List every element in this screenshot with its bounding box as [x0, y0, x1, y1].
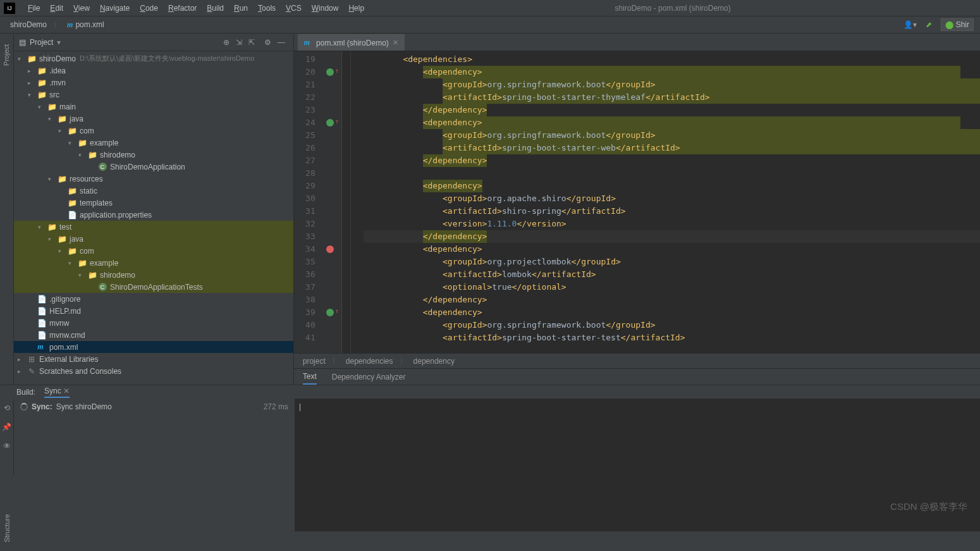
code-editor[interactable]: 1920212223242526272829303132333435363738… [294, 51, 980, 353]
tree-item[interactable]: ▾📁shirodemo [14, 149, 293, 161]
menu-view[interactable]: View [68, 2, 95, 15]
run-config-button[interactable]: ⬤Shir [941, 18, 974, 31]
tree-item[interactable]: ▾📁test [14, 221, 293, 233]
menu-tools[interactable]: Tools [253, 2, 281, 15]
btab-dependency-analyzer[interactable]: Dependency Analyzer [332, 370, 406, 384]
crumb-dependencies[interactable]: dependencies [346, 357, 393, 366]
editor-crumbs: project〉dependencies〉dependency [294, 353, 980, 368]
expand-icon[interactable]: ⇲ [236, 38, 242, 47]
refresh-icon[interactable]: ⟲ [4, 404, 10, 412]
tree-item[interactable]: ▾📁main [14, 101, 293, 113]
breadcrumb-file[interactable]: mpom.xml [63, 19, 108, 31]
close-icon[interactable]: ✕ [393, 39, 398, 47]
tree-item[interactable]: 📄mvnw.cmd [14, 329, 293, 341]
tree-item[interactable]: ▾📁resources [14, 173, 293, 185]
project-panel: ▤ Project ▾ ⊕ ⇲ ⇱ ⚙ — ▾📁shiroDemoD:\系统默认… [14, 34, 294, 385]
menu-file[interactable]: File [23, 2, 45, 15]
menu-navigate[interactable]: Navigate [95, 2, 135, 15]
locate-icon[interactable]: ⊕ [223, 38, 230, 47]
gear-icon[interactable]: ⚙ [264, 38, 271, 47]
breadcrumb-root[interactable]: shiroDemo [6, 19, 51, 30]
chevron-down-icon[interactable]: ▾ [57, 38, 61, 47]
tree-item[interactable]: ▸📁.idea [14, 65, 293, 77]
btab-text[interactable]: Text [303, 369, 317, 385]
menu-edit[interactable]: Edit [45, 2, 68, 15]
tree-item[interactable]: ▾📁com [14, 245, 293, 257]
menu-window[interactable]: Window [307, 2, 344, 15]
line-gutter: 1920212223242526272829303132333435363738… [294, 51, 323, 353]
maven-icon: m [304, 38, 310, 47]
task-label: Sync shiroDemo [56, 402, 112, 411]
project-tree[interactable]: ▾📁shiroDemoD:\系统默认\桌面\新建文件夹\vueblog-mast… [14, 51, 293, 385]
tree-item[interactable]: 📄.gitignore [14, 293, 293, 305]
build-tasks: Sync: Sync shiroDemo 272 ms [14, 399, 295, 531]
tab-pom[interactable]: m pom.xml (shiroDemo) ✕ [298, 34, 405, 51]
ide-logo-icon: IJ [4, 3, 15, 14]
marker-gutter [323, 51, 342, 353]
menu-refactor[interactable]: Refactor [163, 2, 202, 15]
tree-item[interactable]: ▾📁src [14, 89, 293, 101]
window-title: shiroDemo - pom.xml (shiroDemo) [369, 4, 976, 13]
menu-code[interactable]: Code [135, 2, 163, 15]
spinner-icon [20, 403, 28, 411]
build-bar: Build: Sync ✕ [0, 385, 980, 399]
menu-build[interactable]: Build [202, 2, 229, 15]
build-task-row[interactable]: Sync: Sync shiroDemo 272 ms [20, 402, 288, 411]
build-label: Build: [16, 388, 35, 397]
rail-structure[interactable]: Structure [3, 514, 11, 543]
editor-bottom-tabs: TextDependency Analyzer [294, 368, 980, 385]
left-tool-rail: Project [0, 34, 14, 385]
tree-item[interactable]: CShiroDemoApplication [14, 161, 293, 173]
tree-item[interactable]: ▾📁example [14, 257, 293, 269]
tree-item[interactable]: ▾📁java [14, 113, 293, 125]
build-panel: ⟲ 📌 👁 Sync: Sync shiroDemo 272 ms | [0, 399, 980, 531]
build-icon[interactable]: ⬈ [926, 20, 932, 29]
menu-vcs[interactable]: VCS [281, 2, 307, 15]
structure-rail: Structure [0, 475, 14, 551]
rail-project[interactable]: Project [3, 44, 11, 66]
hide-icon[interactable]: — [278, 38, 285, 47]
tree-item[interactable]: 📄HELP.md [14, 305, 293, 317]
tree-item[interactable]: ▾📁shirodemo [14, 269, 293, 281]
tree-item[interactable]: mpom.xml [14, 341, 293, 353]
tree-item[interactable]: ▸⊞External Libraries [14, 353, 293, 365]
eye-icon[interactable]: 👁 [3, 442, 11, 450]
tree-item[interactable]: ▾📁shiroDemoD:\系统默认\桌面\新建文件夹\vueblog-mast… [14, 53, 293, 65]
user-icon[interactable]: 👤▾ [903, 20, 917, 29]
tree-item[interactable]: ▾📁com [14, 125, 293, 137]
code-lines[interactable]: <dependencies> <dependency> <groupId>org… [351, 51, 980, 353]
tab-label: pom.xml (shiroDemo) [316, 39, 389, 47]
task-label-bold: Sync: [32, 402, 52, 411]
crumb-project[interactable]: project [303, 357, 326, 366]
editor-tabs: m pom.xml (shiroDemo) ✕ [294, 34, 980, 51]
chevron-right-icon: 〉 [53, 20, 61, 30]
sync-tab[interactable]: Sync ✕ [44, 387, 70, 398]
tree-item[interactable]: ▸✎Scratches and Consoles [14, 365, 293, 377]
menubar: IJ FileEditViewNavigateCodeRefactorBuild… [0, 0, 980, 16]
task-time: 272 ms [264, 402, 288, 411]
crumb-dependency[interactable]: dependency [413, 357, 455, 366]
menu-run[interactable]: Run [229, 2, 253, 15]
panel-title[interactable]: Project [30, 38, 53, 47]
tree-item[interactable]: ▸📁.mvn [14, 77, 293, 89]
tree-item[interactable]: 📄application.properties [14, 209, 293, 221]
project-view-icon: ▤ [19, 38, 26, 47]
tree-item[interactable]: 📄mvnw [14, 317, 293, 329]
panel-header: ▤ Project ▾ ⊕ ⇲ ⇱ ⚙ — [14, 34, 293, 51]
build-output[interactable]: | [295, 399, 980, 531]
tree-item[interactable]: 📁templates [14, 197, 293, 209]
editor-area: m pom.xml (shiroDemo) ✕ 1920212223242526… [294, 34, 980, 385]
pin-icon[interactable]: 📌 [2, 423, 11, 431]
tree-item[interactable]: ▾📁java [14, 233, 293, 245]
tree-item[interactable]: 📁static [14, 185, 293, 197]
menu-help[interactable]: Help [343, 2, 369, 15]
fold-column [342, 51, 351, 353]
tree-item[interactable]: ▾📁example [14, 137, 293, 149]
collapse-icon[interactable]: ⇱ [248, 38, 255, 47]
tree-item[interactable]: CShiroDemoApplicationTests [14, 281, 293, 293]
nav-bar: shiroDemo 〉 mpom.xml 👤▾ ⬈ ⬤Shir [0, 16, 980, 34]
